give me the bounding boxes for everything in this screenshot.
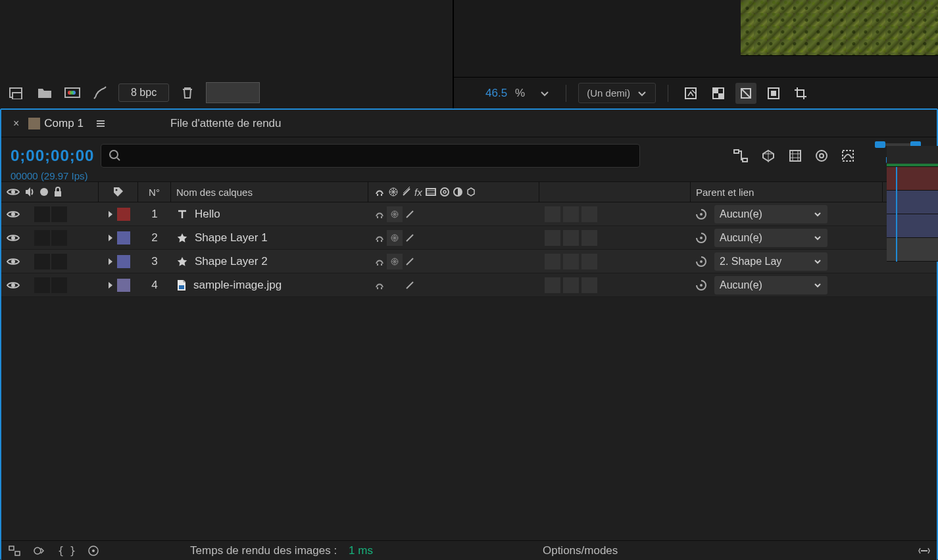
draft3d-icon[interactable] (760, 149, 776, 163)
label-color[interactable] (117, 255, 130, 268)
lock-toggle[interactable] (51, 230, 67, 246)
lock-toggle[interactable] (51, 277, 67, 293)
frame-blend-icon[interactable] (788, 149, 802, 163)
brackets-icon[interactable]: { } (58, 545, 76, 557)
label-color[interactable] (117, 279, 130, 292)
crop-icon[interactable] (791, 83, 812, 104)
layer-row[interactable]: 1 Hello Aucun(e) (1, 202, 937, 226)
quality-switch[interactable] (404, 232, 416, 244)
track-matte-slot[interactable] (581, 254, 597, 269)
twirl-icon[interactable] (107, 257, 114, 266)
color-depth-button[interactable]: 8 bpc (118, 83, 169, 102)
shy-switch[interactable] (374, 279, 385, 291)
pickwhip-icon[interactable] (695, 279, 708, 292)
resolution-dropdown[interactable]: (Un demi) (578, 83, 656, 103)
lock-toggle[interactable] (51, 206, 67, 222)
close-tab-icon[interactable]: × (8, 118, 24, 129)
comp-tab[interactable]: Comp 1 (44, 117, 84, 130)
layer-row[interactable]: 3 Shape Layer 2 2. Shape Lay (1, 250, 937, 273)
collapse-switch[interactable] (387, 254, 403, 269)
motion-blur-icon[interactable] (814, 149, 829, 163)
region-of-interest-icon[interactable] (763, 83, 784, 104)
solo-column-icon[interactable] (39, 187, 49, 197)
label-column-icon[interactable] (112, 185, 125, 198)
quality-switch[interactable] (404, 279, 416, 291)
track-matte-slot[interactable] (545, 277, 560, 293)
twirl-icon[interactable] (107, 233, 114, 243)
layer-search-input[interactable] (101, 144, 640, 168)
timecode[interactable]: 0;00;00;00 (11, 147, 94, 165)
visibility-toggle[interactable] (7, 257, 20, 266)
quality-switch[interactable] (404, 208, 416, 220)
pickwhip-icon[interactable] (695, 255, 708, 268)
shy-header-icon[interactable] (374, 186, 385, 198)
shy-switch[interactable] (374, 256, 385, 268)
layer-bar[interactable] (887, 214, 938, 238)
parent-dropdown[interactable]: Aucun(e) (714, 276, 827, 294)
pickwhip-icon[interactable] (695, 231, 708, 245)
visibility-column-icon[interactable] (7, 187, 20, 197)
index-column-header[interactable]: N° (138, 182, 171, 202)
layer-bar[interactable] (887, 238, 938, 262)
comp-flow-icon[interactable] (733, 149, 749, 163)
options-modes-button[interactable]: Options/modes (543, 544, 618, 557)
fx-header-icon[interactable]: fx (414, 187, 422, 198)
fast-preview-icon[interactable] (680, 83, 701, 104)
tab-menu-icon[interactable] (90, 119, 111, 128)
mask-visibility-icon[interactable] (735, 83, 756, 104)
trash-icon[interactable] (178, 83, 197, 102)
motionblur-header-icon[interactable] (439, 187, 450, 197)
lock-column-icon[interactable] (53, 186, 63, 198)
solo-toggle[interactable] (34, 277, 50, 293)
layer-name[interactable]: sample-image.jpg (193, 279, 282, 292)
3d-header-icon[interactable] (466, 187, 476, 197)
shy-switch[interactable] (374, 232, 385, 244)
track-matte-slot[interactable] (581, 277, 597, 293)
new-comp-icon[interactable] (63, 83, 82, 102)
render-time-icon[interactable] (87, 545, 99, 557)
frameblend-header-icon[interactable] (425, 187, 437, 197)
layer-row[interactable]: 4 sample-image.jpg Aucun(e) (1, 273, 937, 297)
track-matte-slot[interactable] (563, 277, 579, 293)
layer-row[interactable]: 2 Shape Layer 1 Aucun(e) (1, 226, 937, 250)
graph-editor-icon[interactable] (841, 149, 855, 163)
shy-switch[interactable] (374, 208, 385, 220)
track-matte-slot[interactable] (563, 254, 579, 269)
visibility-toggle[interactable] (7, 281, 20, 290)
parent-dropdown[interactable]: Aucun(e) (714, 205, 827, 223)
solo-toggle[interactable] (34, 254, 50, 269)
layer-name[interactable]: Shape Layer 2 (195, 255, 268, 268)
zoom-dropdown-icon[interactable] (535, 84, 554, 103)
visibility-toggle[interactable] (7, 210, 20, 219)
track-matte-slot[interactable] (545, 254, 560, 269)
time-ruler[interactable] (887, 146, 938, 167)
quality-switch[interactable] (404, 256, 416, 268)
track-matte-slot[interactable] (581, 206, 597, 222)
track-matte-slot[interactable] (545, 206, 560, 222)
toggle-modes-icon[interactable] (33, 545, 46, 557)
visibility-toggle[interactable] (7, 233, 20, 243)
audio-column-icon[interactable] (24, 186, 36, 198)
zoom-out-icon[interactable] (918, 545, 930, 557)
layer-bar[interactable] (887, 191, 938, 214)
toggle-switches-icon[interactable] (8, 545, 21, 557)
solo-toggle[interactable] (34, 230, 50, 246)
parent-dropdown[interactable]: Aucun(e) (714, 229, 827, 247)
zoom-value[interactable]: 46.5 (485, 87, 507, 100)
label-color[interactable] (117, 231, 130, 245)
parent-column-header[interactable]: Parent et lien (691, 182, 883, 202)
new-folder-icon[interactable] (36, 83, 54, 102)
collapse-header-icon[interactable] (388, 187, 399, 197)
label-color[interactable] (117, 208, 130, 221)
render-queue-tab[interactable]: File d'attente de rendu (170, 117, 282, 130)
interpret-footage-icon[interactable] (8, 83, 26, 102)
layer-name[interactable]: Hello (195, 208, 220, 221)
collapse-switch[interactable] (387, 206, 403, 222)
adjustment-icon[interactable] (91, 83, 109, 102)
twirl-icon[interactable] (107, 210, 114, 219)
quality-header-icon[interactable] (401, 187, 412, 197)
solo-toggle[interactable] (34, 206, 50, 222)
track-matte-slot[interactable] (563, 206, 579, 222)
layer-bar[interactable] (887, 167, 938, 191)
adjustment-header-icon[interactable] (453, 187, 463, 197)
